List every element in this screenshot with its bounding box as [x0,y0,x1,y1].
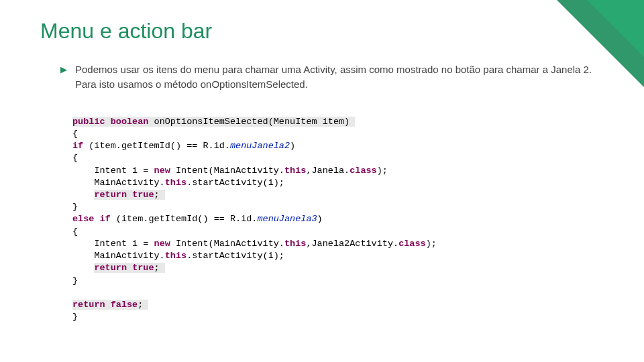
code-text: Intent(MainActivity. [170,166,284,176]
code-text: Intent i = [72,239,154,249]
code-text: ) [317,214,323,224]
code-text: ); [426,239,437,249]
bullet-icon: ▶ [60,64,67,76]
code-text: ; [138,300,148,310]
code-text: ) [290,141,295,151]
code-kw: this [284,239,306,249]
code-text [127,263,132,273]
code-text [72,190,94,200]
code-text: onOptionsItemSelected(MenuItem item) [148,117,355,127]
code-text: } [72,276,78,286]
code-kw: return [94,190,127,200]
code-text: } [72,312,78,322]
code-kw: return [72,300,105,310]
code-kw: boolean [111,117,149,127]
code-text: ); [377,166,388,176]
code-text: Intent(MainActivity. [170,239,284,249]
code-kw: class [398,239,426,249]
code-block: public boolean onOptionsItemSelected(Men… [72,104,604,324]
code-text: { [72,227,78,237]
code-text: ; [154,190,165,200]
code-text: Intent i = [72,166,154,176]
code-text [105,117,111,127]
code-text: { [72,129,78,139]
code-kw: else [72,214,94,224]
code-field: menuJanela2 [230,141,290,151]
code-text: (item.getItemId() == R.id. [111,214,258,224]
code-text: MainActivity. [72,178,165,188]
code-field: menuJanela3 [257,214,317,224]
bullet-item: ▶ Podemos usar os itens do menu para cha… [60,62,604,92]
code-text: (item.getItemId() == R.id. [83,141,230,151]
code-text: ,Janela2Activity. [306,239,398,249]
code-text [94,214,99,224]
code-text: .startActivity(i); [186,251,284,261]
code-text: .startActivity(i); [186,178,284,188]
code-kw: this [165,178,186,188]
code-kw: true [132,263,154,273]
corner-accent-inner [587,0,644,57]
code-text [72,263,94,273]
code-text: MainActivity. [72,251,165,261]
bullet-text: Podemos usar os itens do menu para chama… [75,62,604,92]
code-text: { [72,153,78,163]
code-kw: false [111,300,138,310]
code-kw: if [100,214,111,224]
code-kw: public [72,117,105,127]
code-kw: true [132,190,154,200]
code-kw: this [284,166,306,176]
code-text: ; [154,263,165,273]
code-kw: class [350,166,377,176]
code-text [127,190,132,200]
code-kw: new [154,166,170,176]
code-text: } [72,202,78,212]
code-kw: new [154,239,170,249]
code-text: ,Janela. [306,166,350,176]
code-text [105,300,111,310]
code-kw: if [72,141,83,151]
slide-title: Menu e action bar [40,19,604,44]
code-kw: this [165,251,186,261]
code-kw: return [94,263,127,273]
